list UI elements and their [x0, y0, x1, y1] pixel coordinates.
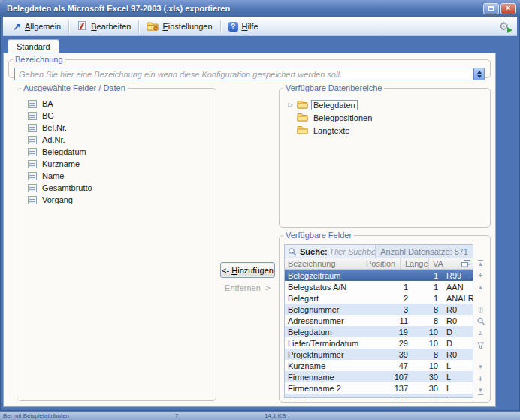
list-item-ba[interactable]: BA	[28, 98, 216, 110]
table-row-kurzname[interactable]: Kurzname4710L	[285, 360, 473, 371]
close-icon: ×	[506, 5, 511, 12]
column-header-position[interactable]: Position	[361, 258, 401, 269]
cell-position: 3	[375, 305, 414, 314]
spin-up-icon	[477, 71, 482, 74]
up-icon[interactable]	[475, 283, 486, 292]
folder-icon	[297, 113, 308, 123]
tree-item-label: Belegpositionen	[311, 113, 374, 123]
tree-item-langtexte[interactable]: Langtexte	[287, 124, 490, 137]
bezeichnung-combobox[interactable]: Geben Sie hier eine Bezeichnung ein wenn…	[14, 68, 485, 80]
window-body: ↗AllgemeinBearbeitenEinstellungen?Hilfe …	[3, 17, 517, 407]
column-header-bezeichnung[interactable]: Bezeichnung	[285, 258, 361, 269]
down-icon[interactable]	[475, 363, 486, 371]
cell-va: ANALRGI	[443, 294, 473, 303]
cell-laenge: 1	[414, 271, 443, 280]
cell-va: L	[443, 373, 473, 382]
list-item-bg[interactable]: BG	[28, 110, 216, 122]
cell-laenge: 8	[414, 316, 443, 325]
list-item-ad-nr[interactable]: Ad.Nr.	[28, 134, 216, 146]
down-plus-icon[interactable]	[475, 375, 486, 383]
toolbar-item-allgemein[interactable]: ↗Allgemein	[8, 20, 66, 33]
cell-position: 19	[375, 328, 414, 337]
list-item-label: Gesamtbrutto	[42, 183, 92, 192]
last-row-icon[interactable]	[475, 387, 486, 395]
list-item-kurzname[interactable]: Kurzname	[28, 158, 216, 170]
add-button[interactable]: <- Hinzufügen	[220, 262, 275, 278]
arrow-up-right-icon: ↗	[13, 22, 21, 32]
table-row-belegstatus-a-n[interactable]: Belegstatus A/N11AAN	[285, 281, 473, 292]
remove-button-disabled[interactable]: Entfernen ->	[216, 283, 279, 292]
expand-icon[interactable]	[475, 305, 486, 313]
list-item-name[interactable]: Name	[28, 170, 216, 182]
table-row-belegdatum[interactable]: Belegdatum1910D	[285, 326, 473, 337]
selected-fields-group: Ausgewählte Felder / Daten BABGBel.Nr.Ad…	[17, 83, 216, 401]
list-item-label: Belegdatum	[42, 147, 86, 156]
table-row-firmenname[interactable]: Firmenname10730L	[285, 371, 473, 382]
combo-spin-button[interactable]	[473, 68, 484, 80]
table-icon	[28, 124, 37, 132]
cell-va: L	[443, 361, 473, 370]
toolbar-item-einstellungen[interactable]: Einstellungen	[141, 20, 217, 34]
cell-laenge: 30	[414, 384, 443, 393]
first-row-icon[interactable]	[475, 259, 486, 267]
restore-icon	[488, 6, 494, 11]
table-icon	[28, 112, 37, 120]
close-button[interactable]: ×	[500, 3, 516, 14]
cell-va: AAN	[443, 283, 473, 292]
data-areas-tree: ▷BelegdatenBelegpositionenLangtexte	[280, 92, 490, 137]
table-row-belegart[interactable]: Belegart21ANALRGI	[285, 292, 473, 304]
search-label: Suche:	[300, 247, 328, 256]
tree-item-belegpositionen[interactable]: Belegpositionen	[287, 111, 490, 124]
restore-button[interactable]	[483, 3, 499, 14]
table-row-straße[interactable]: Straße16730L	[285, 394, 473, 398]
table-row-projektnummer[interactable]: Projektnummer398R0	[285, 349, 473, 360]
list-item-belegdatum[interactable]: Belegdatum	[28, 146, 216, 158]
list-item-label: Vorgang	[42, 195, 73, 204]
list-item-label: BA	[42, 99, 53, 108]
cell-va: R0	[443, 350, 473, 359]
column-chooser-icon[interactable]	[459, 258, 473, 269]
expander-icon[interactable]: ▷	[287, 101, 294, 108]
table-row-liefer-termindatum[interactable]: Liefer/Termindatum2910D	[285, 337, 473, 349]
list-item-gesamtbrutto[interactable]: Gesamtbrutto	[28, 182, 216, 194]
column-header-länge[interactable]: Länge	[401, 258, 429, 269]
bezeichnung-group: Bezeichnung Geben Sie hier eine Bezeichn…	[8, 55, 491, 78]
list-item-vorgang[interactable]: Vorgang	[28, 194, 216, 206]
cell-va: D	[443, 328, 473, 337]
toolbar-separator	[138, 20, 139, 33]
tree-item-belegdaten[interactable]: ▷Belegdaten	[287, 98, 490, 111]
table-row-adressnummer[interactable]: Adressnummer118R0	[285, 315, 473, 326]
table-icon	[28, 196, 37, 204]
execute-gear-icon[interactable]: ⚙	[499, 20, 512, 33]
toolbar: ↗AllgemeinBearbeitenEinstellungen?Hilfe …	[3, 17, 517, 36]
table-row-belegzeitraum[interactable]: Belegzeitraum1R99	[285, 270, 473, 281]
spin-down-icon	[477, 75, 482, 78]
column-header-va[interactable]: VA	[429, 258, 459, 269]
cell-laenge: 30	[414, 373, 443, 382]
up-plus-icon[interactable]	[475, 271, 486, 279]
tabstrip: Standard	[3, 36, 517, 53]
grid-search-bar[interactable]: Suche: Hier Suchbegriff eingebe Anzahl D…	[285, 245, 473, 258]
toolbar-item-hilfe[interactable]: ?Hilfe	[223, 20, 264, 33]
filter-icon[interactable]	[475, 341, 486, 349]
table-icon	[28, 172, 37, 180]
table-icon	[28, 136, 37, 144]
table-row-firmenname-2[interactable]: Firmenname 213730L	[285, 382, 473, 394]
cell-position: 2	[375, 294, 414, 303]
toolbar-separator	[68, 20, 69, 33]
cell-bezeichnung: Kurzname	[285, 361, 375, 370]
magnifier-icon[interactable]	[475, 317, 486, 325]
settings-folder-icon	[147, 21, 159, 32]
cell-laenge: 30	[414, 395, 443, 399]
sum-icon[interactable]	[475, 329, 486, 337]
cell-va: D	[443, 339, 473, 348]
cell-va: L	[443, 384, 473, 393]
table-icon	[28, 160, 37, 168]
export-dialog: Belegdaten als Microsoft Excel 97-2003 (…	[0, 0, 520, 411]
list-item-bel-nr[interactable]: Bel.Nr.	[28, 122, 216, 134]
toolbar-item-bearbeiten[interactable]: Bearbeiten	[71, 19, 136, 34]
table-row-belegnummer[interactable]: Belegnummer38R0	[285, 304, 473, 315]
data-areas-legend: Verfügbare Datenbereiche	[283, 83, 384, 92]
tab-standard[interactable]: Standard	[8, 39, 59, 53]
cell-va: R0	[443, 316, 473, 325]
